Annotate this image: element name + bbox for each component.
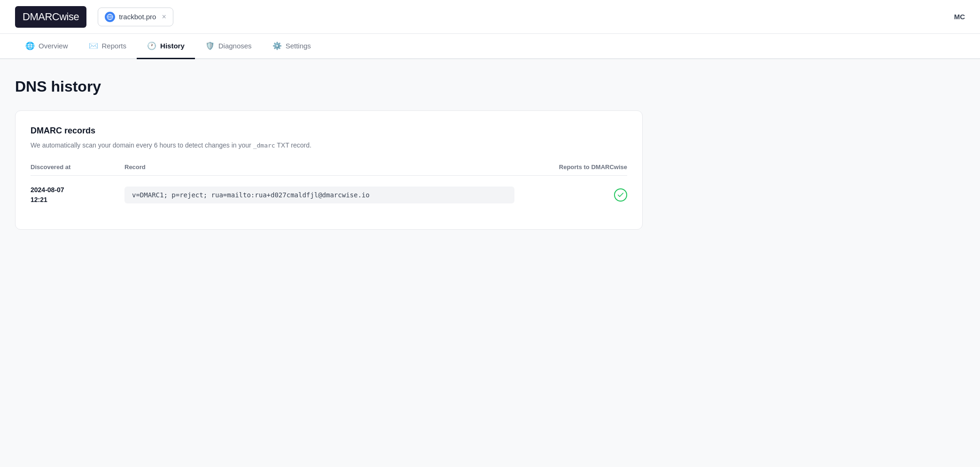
- dmarc-records-card: DMARC records We automatically scan your…: [15, 110, 643, 230]
- table-header: Discovered at Record Reports to DMARCwis…: [31, 163, 627, 176]
- col-discovered-at: Discovered at: [31, 163, 124, 171]
- header: DMARCwise trackbot.pro × MC: [0, 0, 980, 34]
- logo-brand: DMARC: [23, 11, 59, 23]
- logo-suffix: wise: [59, 11, 79, 23]
- nav-label-overview: Overview: [39, 42, 68, 50]
- reports-ok-icon: [614, 188, 627, 202]
- page-title: DNS history: [15, 78, 643, 95]
- domain-name: trackbot.pro: [119, 13, 156, 21]
- card-description: We automatically scan your domain every …: [31, 140, 627, 150]
- clock-nav-icon: 🕐: [147, 41, 156, 50]
- navigation: 🌐 Overview ✉️ Reports 🕐 History 🛡️ Diagn…: [0, 34, 980, 59]
- nav-label-settings: Settings: [286, 42, 311, 50]
- nav-label-diagnoses: Diagnoses: [218, 42, 252, 50]
- globe-nav-icon: 🌐: [25, 41, 35, 50]
- user-avatar: MC: [954, 13, 965, 21]
- checkmark-icon: [617, 191, 624, 199]
- nav-item-diagnoses[interactable]: 🛡️ Diagnoses: [195, 34, 262, 59]
- domain-tab[interactable]: trackbot.pro ×: [98, 8, 173, 26]
- main-content: DNS history DMARC records We automatical…: [0, 59, 658, 249]
- record-value: v=DMARC1; p=reject; rua=mailto:rua+d027c…: [124, 187, 514, 203]
- table-row: 2024-08-0712:21 v=DMARC1; p=reject; rua=…: [31, 176, 627, 214]
- col-reports: Reports to DMARCwise: [524, 163, 627, 171]
- nav-item-history[interactable]: 🕐 History: [137, 34, 195, 59]
- reports-cell: [524, 188, 627, 202]
- shield-nav-icon: 🛡️: [205, 41, 215, 50]
- card-title: DMARC records: [31, 126, 627, 136]
- nav-item-settings[interactable]: ⚙️ Settings: [262, 34, 321, 59]
- card-description-code: _dmarc: [253, 142, 275, 149]
- gear-nav-icon: ⚙️: [272, 41, 282, 50]
- nav-item-reports[interactable]: ✉️ Reports: [78, 34, 137, 59]
- nav-label-history: History: [160, 42, 185, 50]
- col-record: Record: [124, 163, 524, 171]
- card-description-prefix: We automatically scan your domain every …: [31, 141, 253, 149]
- nav-label-reports: Reports: [102, 42, 127, 50]
- globe-icon: [107, 14, 113, 20]
- discovered-at-value: 2024-08-0712:21: [31, 185, 124, 205]
- domain-icon: [105, 12, 115, 22]
- close-tab-button[interactable]: ×: [162, 13, 166, 21]
- logo: DMARCwise: [15, 6, 86, 28]
- nav-item-overview[interactable]: 🌐 Overview: [15, 34, 78, 59]
- mail-nav-icon: ✉️: [89, 41, 98, 50]
- card-description-suffix: TXT record.: [275, 141, 311, 149]
